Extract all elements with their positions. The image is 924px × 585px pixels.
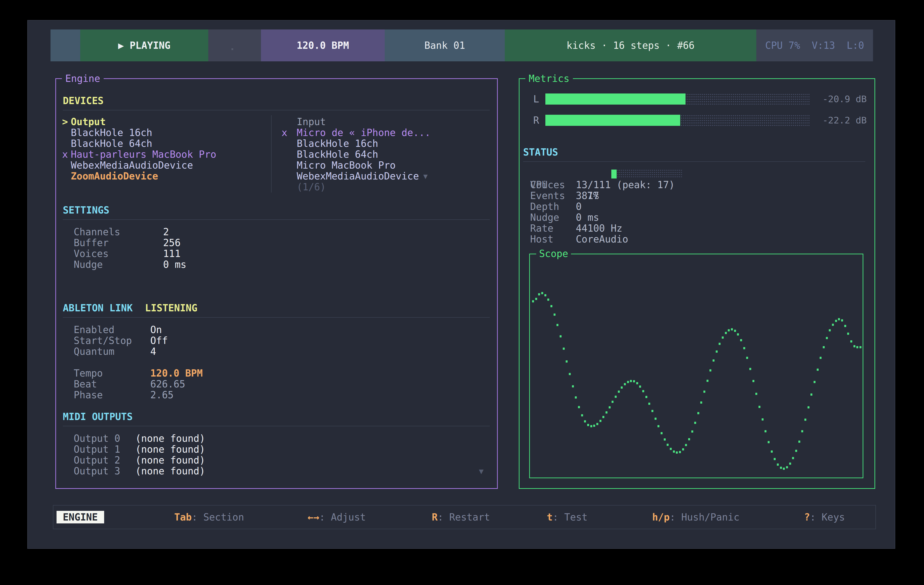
- bank-label: Bank 01: [424, 40, 465, 51]
- hint-restart: R: Restart: [432, 506, 490, 529]
- topbar-gap: [208, 30, 261, 61]
- scope-sample-dot: [841, 319, 843, 321]
- output-device-item[interactable]: WebexMediaAudioDevice: [62, 160, 216, 171]
- link-row: Quantum4: [56, 346, 490, 357]
- scope-sample-dot: [556, 324, 558, 326]
- metrics-panel-title: Metrics: [525, 73, 573, 84]
- phase-row: Phase2.65: [56, 390, 490, 400]
- scope-sample-dot: [807, 406, 810, 409]
- output-device-item-selected[interactable]: xHaut-parleurs MacBook Pro: [62, 149, 216, 160]
- scope-sample-dot: [703, 391, 705, 393]
- scope-sample-dot: [657, 425, 659, 427]
- input-list-pager: (1/6): [282, 181, 431, 193]
- metrics-panel: Metrics L -20.9 dB R -22.2 dB STATUS CPU…: [519, 78, 875, 489]
- scope-sample-dot: [609, 406, 610, 409]
- scope-sample-dot: [590, 425, 592, 427]
- settings-divider: [63, 219, 490, 220]
- ableton-link-header: ABLETON LINK: [63, 303, 133, 313]
- scope-sample-dot: [860, 346, 861, 348]
- input-device-item-selected[interactable]: xMicro de « iPhone de...: [282, 127, 431, 138]
- scope-sample-dot: [535, 298, 537, 300]
- output-device-item-highlighted[interactable]: ZoomAudioDevice: [62, 171, 216, 181]
- scope-sample-dot: [734, 330, 736, 332]
- resource-stats: CPU 7% V:13 L:0: [756, 30, 873, 61]
- scope-sample-dot: [697, 412, 699, 414]
- scope-sample-dot: [550, 305, 553, 307]
- meter-channel-label: L: [533, 94, 539, 105]
- scope-sample-dot: [673, 450, 675, 453]
- scroll-down-icon[interactable]: ▼: [479, 466, 483, 476]
- resource-stats-text: CPU 7% V:13 L:0: [765, 40, 864, 51]
- selection-arrow-icon: >: [62, 116, 71, 127]
- ableton-link-divider: [63, 317, 490, 318]
- scope-sample-dot: [716, 351, 718, 353]
- setting-row: Voices111: [56, 248, 490, 259]
- scope-sample-dot: [722, 336, 724, 339]
- input-list-more-icon[interactable]: ▼: [423, 171, 428, 181]
- midi-output-row: Output 0(none found): [56, 433, 490, 444]
- scope-sample-dot: [602, 416, 604, 418]
- output-device-item[interactable]: BlackHole 64ch: [62, 138, 216, 149]
- hint-test: t: Test: [547, 506, 587, 529]
- scope-sample-dot: [559, 335, 561, 338]
- scope-sample-dot: [777, 463, 779, 466]
- scope-sample-dot: [731, 328, 733, 330]
- scope-sample-dot: [795, 450, 797, 452]
- scope-sample-dot: [768, 441, 770, 443]
- scope-sample-dot: [713, 359, 714, 362]
- scope-sample-dot: [706, 380, 708, 382]
- scope-sample-dot: [563, 348, 565, 350]
- bottom-key-bar: ENGINE Tab: Section ←→: Adjust R: Restar…: [53, 505, 876, 529]
- transport-status: ▶ PLAYING: [80, 30, 208, 61]
- scope-sample-dot: [618, 391, 620, 393]
- scope-sample-dot: [789, 463, 791, 465]
- setting-row: Buffer256: [56, 237, 490, 248]
- link-row: Start/StopOff: [56, 335, 490, 346]
- scope-sample-dot: [587, 424, 589, 426]
- output-list-header[interactable]: >Output: [62, 116, 216, 127]
- midi-output-row: Output 3(none found): [56, 466, 490, 476]
- bank-display: Bank 01: [384, 30, 505, 61]
- bpm-display: 120.0 BPM: [261, 30, 384, 61]
- scope-sample-dot: [835, 320, 837, 322]
- scope-sample-dot: [801, 430, 803, 432]
- midi-outputs-section: Output 0(none found) Output 1(none found…: [56, 433, 490, 476]
- device-lists: >Output BlackHole 16ch BlackHole 64ch xH…: [56, 115, 490, 197]
- scope-sample-dot: [826, 337, 828, 339]
- meter-channel-label: R: [533, 115, 539, 126]
- top-status-bar: ▶ PLAYING 120.0 BPM Bank 01 kicks · 16 s…: [51, 30, 873, 61]
- scope-sample-dot: [759, 406, 761, 408]
- selected-x-icon: x: [282, 127, 297, 138]
- midi-outputs-divider: [63, 426, 490, 426]
- scope-sample-dot: [740, 339, 742, 341]
- input-device-item[interactable]: BlackHole 64ch: [282, 149, 431, 160]
- meter-fill-l: [545, 94, 685, 105]
- input-device-item[interactable]: WebexMediaAudioDevice▼: [282, 171, 431, 181]
- scope-display: Scope: [529, 254, 863, 478]
- level-meter-right: R -22.2 dB: [520, 115, 874, 126]
- scope-sample-dot: [810, 394, 812, 395]
- input-device-item[interactable]: Micro MacBook Pro: [282, 160, 431, 171]
- scope-sample-dot: [764, 430, 766, 432]
- device-columns-divider: [271, 115, 272, 193]
- input-list-header[interactable]: Input: [282, 116, 431, 127]
- scope-sample-dot: [719, 343, 721, 345]
- setting-row: Nudge0 ms: [56, 259, 490, 270]
- scope-sample-dot: [749, 368, 751, 370]
- output-device-item[interactable]: BlackHole 16ch: [62, 127, 216, 138]
- devices-divider: [63, 110, 490, 110]
- midi-output-row: Output 2(none found): [56, 455, 490, 466]
- scope-sample-dot: [606, 411, 607, 414]
- input-device-item[interactable]: BlackHole 16ch: [282, 138, 431, 149]
- scope-sample-dot: [783, 468, 785, 470]
- scope-sample-dot: [593, 425, 595, 427]
- scope-sample-dot: [645, 396, 647, 398]
- tempo-row: Tempo120.0 BPM: [56, 368, 490, 379]
- status-row: Events3817: [520, 190, 867, 201]
- scope-sample-dot: [596, 423, 598, 425]
- scope-sample-dot: [813, 381, 815, 383]
- scope-sample-dot: [823, 346, 825, 348]
- pattern-display: kicks · 16 steps · #66: [505, 30, 756, 61]
- scope-sample-dot: [691, 430, 693, 433]
- level-meter-left: L -20.9 dB: [520, 94, 874, 105]
